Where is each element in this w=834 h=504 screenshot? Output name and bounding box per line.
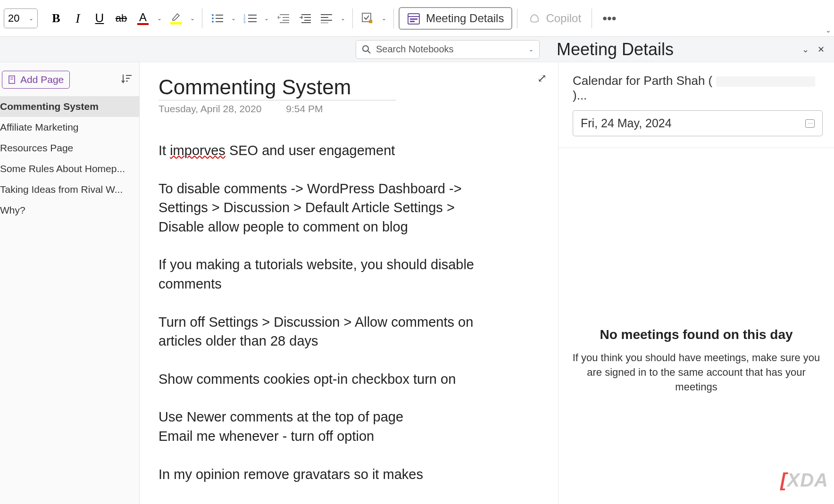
- note-paragraph: Email me whenever - turn off option: [158, 427, 498, 446]
- tags-chevron[interactable]: ⌄: [379, 8, 389, 28]
- sort-button[interactable]: [121, 74, 132, 86]
- font-size-selector[interactable]: 20 ⌄: [4, 8, 38, 28]
- collapse-ribbon-chevron[interactable]: ⌄: [826, 26, 831, 34]
- note-paragraph: Use Newer comments at the top of page: [158, 407, 498, 427]
- note-paragraph: Show comments cookies opt-in checkbox tu…: [158, 370, 498, 389]
- svg-point-4: [212, 21, 214, 23]
- sidebar-page-item[interactable]: Why?: [0, 200, 139, 221]
- highlight-button[interactable]: [166, 8, 186, 28]
- empty-state: No meetings found on this day If you thi…: [559, 327, 834, 394]
- underline-button[interactable]: U: [90, 8, 109, 28]
- italic-button[interactable]: I: [68, 8, 88, 28]
- bullet-list-chevron[interactable]: ⌄: [229, 8, 238, 28]
- svg-line-31: [368, 51, 370, 53]
- svg-point-2: [212, 17, 214, 19]
- empty-state-title: No meetings found on this day: [568, 327, 825, 342]
- copilot-label: Copilot: [546, 12, 581, 25]
- indent-button[interactable]: [295, 8, 315, 28]
- expand-icon[interactable]: ⤢: [537, 72, 547, 85]
- watermark: [XDA: [780, 470, 828, 491]
- more-button[interactable]: •••: [597, 11, 622, 26]
- font-size-value: 20: [8, 12, 19, 25]
- highlight-chevron[interactable]: ⌄: [188, 8, 197, 28]
- separator: [517, 8, 517, 28]
- panel-close-icon[interactable]: ✕: [817, 44, 825, 55]
- meeting-details-button[interactable]: Meeting Details: [399, 7, 512, 30]
- chevron-down-icon: ⌄: [29, 15, 33, 22]
- svg-point-30: [363, 46, 368, 51]
- date-picker-icon[interactable]: ⋯: [805, 119, 815, 128]
- numbered-list-button[interactable]: 123: [240, 8, 260, 28]
- note-body[interactable]: It imporves SEO and user engagement To d…: [158, 141, 498, 484]
- calendar-icon: [407, 12, 420, 25]
- note-paragraph: In my opinion remove gravatars so it mak…: [158, 465, 498, 484]
- add-page-button[interactable]: Add Page: [2, 71, 70, 89]
- panel-header-row: Meeting Details ⌄ ✕: [549, 40, 825, 59]
- bold-button[interactable]: B: [46, 8, 66, 28]
- sidebar-page-item[interactable]: Resources Page: [0, 138, 139, 158]
- subheader: ⌄ Meeting Details ⌄ ✕: [0, 37, 834, 62]
- redacted-email: [716, 76, 815, 87]
- search-chevron[interactable]: ⌄: [529, 46, 534, 53]
- outdent-button[interactable]: [273, 8, 293, 28]
- svg-point-0: [212, 14, 214, 16]
- sidebar-page-item[interactable]: Taking Ideas from Rival W...: [0, 179, 139, 200]
- main: Add Page Commenting System Affiliate Mar…: [0, 62, 834, 504]
- meeting-details-label: Meeting Details: [426, 12, 504, 25]
- svg-point-25: [370, 21, 373, 23]
- copilot-button[interactable]: Copilot: [522, 8, 587, 29]
- strikethrough-button[interactable]: ab: [111, 8, 131, 28]
- align-chevron[interactable]: ⌄: [338, 8, 348, 28]
- date-picker[interactable]: Fri, 24 May, 2024 ⋯: [573, 110, 823, 136]
- toolbar: 20 ⌄ B I U ab A ⌄ ⌄ ⌄ 123 ⌄ ⌄ ⌄: [0, 0, 834, 37]
- add-page-icon: [8, 75, 17, 84]
- font-color-button[interactable]: A: [133, 8, 153, 28]
- highlight-icon: [170, 12, 182, 25]
- separator: [393, 8, 394, 28]
- tags-button[interactable]: [358, 8, 377, 28]
- search-box[interactable]: ⌄: [356, 40, 540, 59]
- sidebar: Add Page Commenting System Affiliate Mar…: [0, 62, 140, 504]
- note-paragraph: Turn off Settings > Discussion > Allow c…: [158, 313, 498, 351]
- page-meta: Tuesday, April 28, 2020 9:54 PM: [158, 103, 539, 115]
- selected-date: Fri, 24 May, 2024: [581, 116, 672, 130]
- page-time: 9:54 PM: [286, 103, 323, 115]
- search-icon: [362, 45, 371, 54]
- svg-text:3: 3: [243, 20, 246, 24]
- empty-state-description: If you think you should have meetings, m…: [568, 351, 825, 394]
- panel-subheader: Calendar for Parth Shah ( )... Fri, 24 M…: [559, 62, 834, 148]
- svg-rect-32: [9, 76, 15, 83]
- panel-collapse-icon[interactable]: ⌄: [802, 44, 809, 55]
- page-title[interactable]: Commenting System: [158, 75, 396, 100]
- svg-rect-28: [410, 18, 417, 20]
- align-button[interactable]: [317, 8, 336, 28]
- calendar-owner: Calendar for Parth Shah ( )...: [573, 74, 823, 103]
- separator: [202, 8, 202, 28]
- meeting-details-panel: Calendar for Parth Shah ( )... Fri, 24 M…: [559, 62, 834, 504]
- note-paragraph: To disable comments -> WordPress Dashboa…: [158, 179, 498, 237]
- sidebar-page-item[interactable]: Affiliate Marketing: [0, 117, 139, 138]
- separator: [592, 8, 592, 28]
- page-date: Tuesday, April 28, 2020: [158, 103, 261, 115]
- content-area[interactable]: ⤢ Commenting System Tuesday, April 28, 2…: [140, 62, 559, 504]
- svg-rect-29: [410, 21, 415, 22]
- numbered-list-chevron[interactable]: ⌄: [262, 8, 271, 28]
- search-input[interactable]: [376, 44, 524, 55]
- copilot-icon: [528, 12, 541, 25]
- sidebar-page-item[interactable]: Some Rules About Homep...: [0, 158, 139, 179]
- note-paragraph: If you making a tutorials website, you s…: [158, 255, 498, 293]
- spell-error: imporves: [170, 143, 225, 158]
- panel-title: Meeting Details: [557, 40, 802, 59]
- sidebar-page-item[interactable]: Commenting System: [0, 96, 139, 117]
- note-paragraph: It imporves SEO and user engagement: [158, 141, 498, 160]
- add-page-label: Add Page: [20, 74, 64, 85]
- separator: [352, 8, 353, 28]
- font-color-icon: A: [137, 12, 149, 25]
- font-color-chevron[interactable]: ⌄: [155, 8, 164, 28]
- bullet-list-button[interactable]: [207, 8, 227, 28]
